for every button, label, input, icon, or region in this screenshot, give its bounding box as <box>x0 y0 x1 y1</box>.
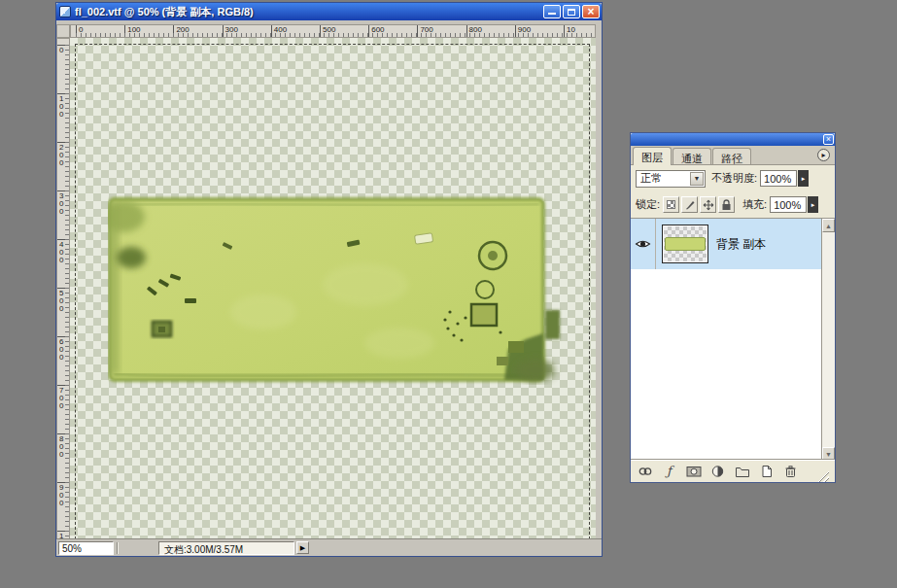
ruler-label: 700 <box>59 387 65 410</box>
delete-layer-button[interactable] <box>782 464 799 479</box>
layer-name: 背景 副本 <box>716 236 766 253</box>
panel-close-button[interactable] <box>823 134 834 145</box>
new-layer-button[interactable] <box>758 464 775 479</box>
blend-mode-value: 正常 <box>640 171 662 186</box>
ruler-label: 700 <box>420 26 432 34</box>
tab-channels[interactable]: 通道 <box>673 148 711 164</box>
lock-transparency-icon <box>667 200 675 209</box>
ruler-label: 900 <box>518 26 531 34</box>
ruler-label: 900 <box>59 484 65 507</box>
layer-style-icon <box>667 464 672 478</box>
document-titlebar[interactable]: fl_002.vtf @ 50% (背景 副本, RGB/8) <box>56 3 602 20</box>
ruler-label: 10 <box>567 26 575 34</box>
ruler-label: 300 <box>225 26 238 34</box>
lock-options-row: 锁定: 填充: 100% <box>631 191 835 218</box>
panel-menu-button[interactable] <box>817 149 830 161</box>
lock-icon <box>721 199 732 211</box>
layer-style-button[interactable] <box>661 464 677 479</box>
ruler-label: 0 <box>59 47 65 54</box>
ruler-tick <box>76 25 77 37</box>
ruler-label: 100 <box>127 26 140 34</box>
delete-layer-icon <box>783 465 798 478</box>
fill-slider-arrow[interactable] <box>808 196 818 213</box>
document-size-field: 文档:3.00M/3.57M <box>158 541 294 555</box>
move-icon <box>703 199 714 211</box>
close-button[interactable] <box>582 5 600 18</box>
layer-thumbnail-map <box>665 237 706 251</box>
lock-all-button[interactable] <box>718 196 735 213</box>
ruler-label: 600 <box>371 26 384 34</box>
ruler-tick <box>124 25 125 37</box>
blend-mode-select[interactable]: 正常 <box>636 170 706 188</box>
horizontal-ruler[interactable]: 010020030040050060070080090010 <box>70 24 596 38</box>
ruler-tick <box>173 25 174 37</box>
panel-resize-grip[interactable] <box>816 469 829 482</box>
eye-icon <box>635 238 651 250</box>
ruler-tick <box>271 25 272 37</box>
zoom-level-field[interactable]: 50% <box>58 541 114 555</box>
document-window: fl_002.vtf @ 50% (背景 副本, RGB/8) 01002003… <box>55 2 603 557</box>
layer-mask-button[interactable] <box>685 464 702 479</box>
layer-group-icon <box>735 465 750 478</box>
adjustment-layer-icon <box>710 465 725 478</box>
ruler-label: 800 <box>59 435 65 459</box>
document-title: fl_002.vtf @ 50% (背景 副本, RGB/8) <box>75 5 543 19</box>
layer-list: 背景 副本 <box>631 218 823 461</box>
new-layer-icon <box>759 465 774 478</box>
fill-field[interactable]: 100% <box>770 196 807 213</box>
ruler-tick <box>320 25 321 37</box>
opacity-field[interactable]: 100% <box>760 170 797 187</box>
adjustment-layer-button[interactable] <box>709 464 726 479</box>
layer-thumbnail[interactable] <box>662 225 708 263</box>
ruler-label: 200 <box>176 26 189 34</box>
panel-tabs: 图层 通道 路径 <box>631 146 835 165</box>
statusbar-divider <box>117 542 118 554</box>
ruler-label: 200 <box>59 144 65 167</box>
new-group-button[interactable] <box>734 464 750 479</box>
ruler-tick <box>368 25 369 37</box>
minimize-icon <box>548 13 556 15</box>
lock-image-button[interactable] <box>681 196 698 213</box>
ruler-label: 0 <box>79 26 83 34</box>
status-bar: 50% 文档:3.00M/3.57M <box>56 538 602 556</box>
ruler-label: 500 <box>59 290 65 313</box>
window-controls <box>543 5 600 18</box>
scroll-up-button[interactable] <box>822 219 835 232</box>
document-icon <box>59 6 71 17</box>
layer-row[interactable]: 背景 副本 <box>631 219 823 269</box>
opacity-slider-arrow[interactable] <box>798 170 809 187</box>
ruler-label: 600 <box>59 338 65 362</box>
restore-button[interactable] <box>563 5 580 18</box>
layer-thumbnail-image <box>664 226 707 261</box>
layers-panel: 图层 通道 路径 正常 不透明度: 100% 锁定: 填充: 100% <box>630 132 836 483</box>
link-layers-button[interactable] <box>637 464 653 479</box>
tab-paths[interactable]: 路径 <box>712 148 751 164</box>
tab-layers[interactable]: 图层 <box>633 147 672 165</box>
layers-panel-footer <box>631 459 835 482</box>
ruler-tick <box>466 25 467 37</box>
opacity-label: 不透明度: <box>711 171 757 186</box>
canvas-area[interactable] <box>70 38 596 540</box>
vertical-ruler[interactable]: 01002003004005006007008009001 <box>56 38 70 540</box>
fill-label: 填充: <box>742 197 767 212</box>
layers-panel-titlebar[interactable] <box>631 133 835 146</box>
desktop: { "colors": { "desktop": "#7d7d7d", "tit… <box>0 0 897 588</box>
lock-transparency-button[interactable] <box>663 196 679 213</box>
link-icon <box>638 465 653 478</box>
restore-icon <box>568 9 575 16</box>
opacity-value: 100% <box>764 173 791 185</box>
fill-value: 100% <box>774 199 801 211</box>
ruler-tick <box>223 25 224 37</box>
ruler-label: 400 <box>274 26 287 34</box>
ruler-tick <box>417 25 418 37</box>
chevron-down-icon[interactable] <box>690 172 704 186</box>
lock-label: 锁定: <box>636 197 660 212</box>
ruler-label: 800 <box>469 26 482 34</box>
ruler-tick <box>564 25 565 37</box>
layer-list-scrollbar[interactable] <box>821 218 835 461</box>
minimize-button[interactable] <box>543 5 561 18</box>
ruler-corner <box>56 24 70 38</box>
status-menu-arrow[interactable] <box>296 541 309 554</box>
visibility-toggle[interactable] <box>631 219 656 269</box>
lock-position-button[interactable] <box>700 196 716 213</box>
